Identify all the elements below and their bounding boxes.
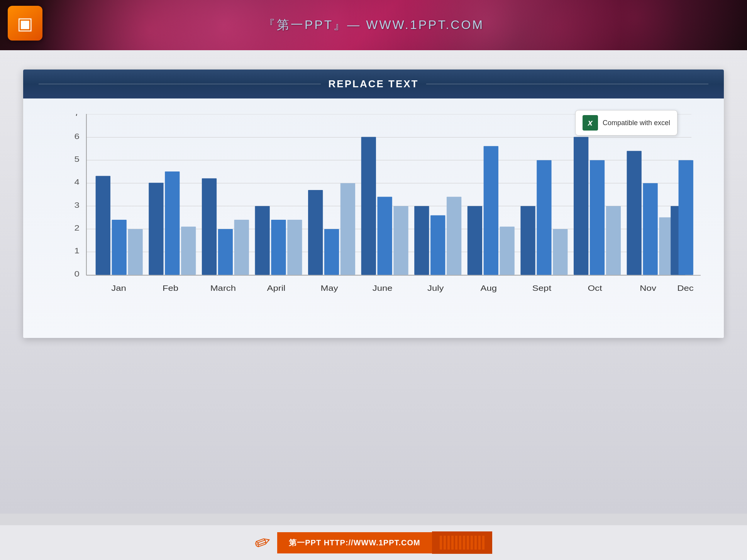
svg-rect-57 bbox=[643, 183, 657, 275]
svg-rect-46 bbox=[500, 227, 515, 275]
svg-text:0: 0 bbox=[74, 269, 79, 278]
svg-rect-56 bbox=[627, 151, 642, 275]
svg-text:Sept: Sept bbox=[532, 284, 552, 293]
chart-body: x Compatible with excel 0 1 bbox=[23, 98, 724, 338]
svg-rect-34 bbox=[340, 183, 355, 275]
svg-text:March: March bbox=[210, 284, 236, 293]
excel-icon: x bbox=[583, 115, 598, 131]
svg-text:1: 1 bbox=[74, 246, 79, 255]
svg-text:4: 4 bbox=[74, 178, 79, 187]
stripe-2 bbox=[444, 536, 446, 550]
footer-stripes bbox=[432, 531, 492, 554]
svg-text:July: July bbox=[427, 284, 444, 293]
ppt-logo-icon bbox=[8, 6, 42, 41]
stripe-4 bbox=[451, 536, 454, 550]
svg-text:5: 5 bbox=[74, 154, 79, 163]
svg-text:Jan: Jan bbox=[111, 284, 126, 293]
top-banner: 『第一PPT』— WWW.1PPT.COM bbox=[0, 0, 747, 50]
stripe-12 bbox=[482, 536, 484, 550]
svg-rect-30 bbox=[287, 220, 302, 275]
svg-rect-38 bbox=[393, 206, 408, 275]
stripe-10 bbox=[474, 536, 477, 550]
svg-rect-25 bbox=[218, 229, 233, 275]
svg-rect-49 bbox=[537, 160, 551, 275]
svg-rect-17 bbox=[112, 220, 127, 275]
svg-text:June: June bbox=[373, 284, 393, 293]
svg-rect-21 bbox=[165, 171, 180, 275]
stripe-1 bbox=[440, 536, 442, 550]
chart-header: REPLACE TEXT bbox=[23, 70, 724, 98]
svg-text:May: May bbox=[320, 284, 338, 293]
svg-text:April: April bbox=[267, 284, 286, 293]
svg-rect-22 bbox=[181, 227, 196, 275]
svg-rect-50 bbox=[553, 229, 567, 275]
bottom-footer: ✏ 第一PPT HTTP://WWW.1PPT.COM bbox=[0, 525, 747, 560]
stripe-8 bbox=[467, 536, 469, 550]
svg-rect-61 bbox=[679, 160, 693, 275]
svg-text:Aug: Aug bbox=[481, 284, 497, 293]
chart-svg-wrapper: 0 1 2 3 4 5 6 7 Jan bbox=[54, 114, 701, 307]
header-line-right bbox=[426, 84, 708, 84]
bar-chart-svg: 0 1 2 3 4 5 6 7 Jan bbox=[54, 114, 701, 307]
svg-text:Oct: Oct bbox=[588, 284, 602, 293]
svg-text:Nov: Nov bbox=[640, 284, 656, 293]
svg-rect-52 bbox=[574, 137, 588, 275]
svg-rect-16 bbox=[96, 176, 110, 275]
stripe-9 bbox=[471, 536, 473, 550]
svg-rect-53 bbox=[590, 160, 605, 275]
svg-rect-26 bbox=[234, 220, 249, 275]
header-line-left bbox=[39, 84, 321, 84]
svg-rect-29 bbox=[271, 220, 286, 275]
banner-title: 『第一PPT』— WWW.1PPT.COM bbox=[263, 17, 484, 34]
svg-rect-40 bbox=[414, 206, 429, 275]
svg-rect-32 bbox=[308, 190, 323, 275]
tooltip-text: Compatible with excel bbox=[603, 119, 670, 127]
stripe-3 bbox=[447, 536, 450, 550]
excel-tooltip: x Compatible with excel bbox=[575, 110, 678, 136]
svg-rect-20 bbox=[149, 183, 163, 275]
svg-rect-37 bbox=[378, 197, 392, 275]
svg-rect-41 bbox=[430, 216, 445, 275]
stripe-7 bbox=[463, 536, 465, 550]
svg-text:2: 2 bbox=[74, 224, 79, 232]
svg-text:7: 7 bbox=[74, 114, 79, 118]
footer-text: 第一PPT HTTP://WWW.1PPT.COM bbox=[277, 532, 432, 553]
svg-text:Dec: Dec bbox=[677, 284, 694, 293]
svg-rect-44 bbox=[468, 206, 482, 275]
svg-rect-36 bbox=[361, 137, 376, 275]
svg-rect-45 bbox=[484, 146, 498, 275]
svg-rect-33 bbox=[324, 229, 339, 275]
main-content: REPLACE TEXT x Compatible with excel bbox=[0, 50, 747, 514]
svg-text:6: 6 bbox=[74, 132, 79, 141]
svg-text:Feb: Feb bbox=[163, 284, 178, 293]
svg-rect-24 bbox=[202, 178, 217, 275]
stripe-5 bbox=[455, 536, 457, 550]
svg-text:3: 3 bbox=[74, 200, 79, 209]
chart-container: REPLACE TEXT x Compatible with excel bbox=[23, 70, 724, 338]
stripe-6 bbox=[459, 536, 461, 550]
svg-rect-28 bbox=[255, 206, 269, 275]
svg-rect-54 bbox=[606, 206, 621, 275]
svg-rect-18 bbox=[128, 229, 142, 275]
footer-pencil-icon: ✏ bbox=[252, 529, 274, 556]
svg-rect-42 bbox=[447, 197, 461, 275]
chart-title: REPLACE TEXT bbox=[329, 78, 419, 90]
stripe-11 bbox=[478, 536, 481, 550]
svg-rect-48 bbox=[520, 206, 535, 275]
